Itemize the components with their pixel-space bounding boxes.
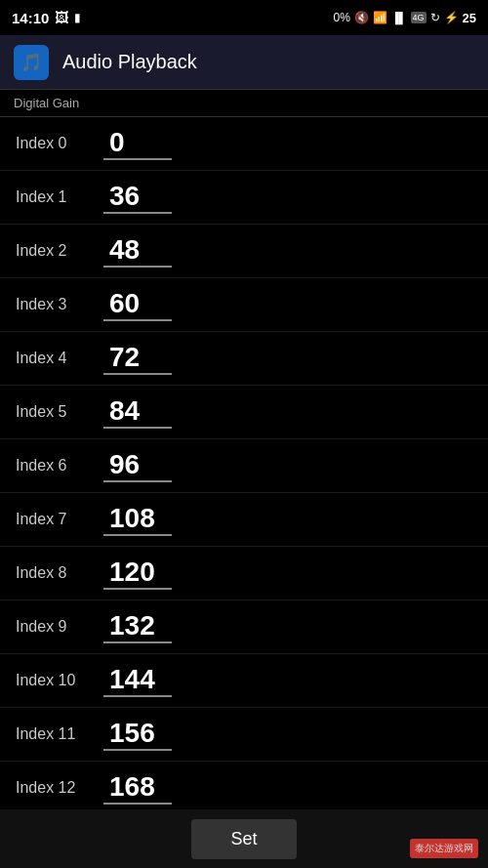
index-label: Index 4: [16, 350, 103, 367]
index-row: Index 136: [0, 171, 488, 225]
index-label: Index 12: [16, 779, 103, 797]
audio-icon: 🎵: [20, 52, 42, 73]
index-value-box[interactable]: 144: [103, 664, 172, 697]
index-value: 144: [109, 664, 155, 694]
index-value-box[interactable]: 48: [103, 234, 172, 268]
index-value-box[interactable]: 36: [103, 181, 172, 214]
index-row: Index 696: [0, 439, 488, 493]
wifi-icon: 📶: [373, 11, 387, 24]
index-label: Index 0: [16, 135, 103, 152]
status-bar: 14:10 🖼 ▮ 0% 🔇 📶 ▐▌ 4G ↻ ⚡ 25: [0, 0, 488, 35]
index-row: Index 584: [0, 386, 488, 439]
index-label: Index 8: [16, 564, 103, 582]
bottom-bar: Set 泰尔达游戏网: [0, 809, 488, 868]
index-value: 0: [109, 127, 125, 157]
status-right: 0% 🔇 📶 ▐▌ 4G ↻ ⚡ 25: [334, 11, 476, 25]
index-row: Index 360: [0, 278, 488, 332]
watermark: 泰尔达游戏网: [410, 839, 478, 858]
index-value: 84: [109, 395, 140, 426]
index-value: 120: [109, 557, 155, 587]
app-icon: 🎵: [14, 45, 49, 80]
index-label: Index 11: [16, 725, 103, 743]
index-label: Index 9: [16, 618, 103, 636]
index-value: 132: [109, 610, 155, 641]
index-value-box[interactable]: 0: [103, 127, 172, 160]
index-row: Index 248: [0, 225, 488, 278]
index-row: Index 472: [0, 332, 488, 386]
index-value: 48: [109, 234, 140, 265]
index-value: 168: [109, 771, 155, 802]
index-list[interactable]: Index 00Index 136Index 248Index 360Index…: [0, 117, 488, 837]
index-row: Index 7108: [0, 493, 488, 547]
photo-icon: 🖼: [55, 10, 68, 25]
index-label: Index 1: [16, 188, 103, 206]
index-value-box[interactable]: 72: [103, 342, 172, 375]
status-left: 14:10 🖼 ▮: [12, 10, 81, 26]
app-header: 🎵 Audio Playback: [0, 35, 488, 90]
index-value-box[interactable]: 84: [103, 395, 172, 429]
index-value: 96: [109, 449, 140, 479]
index-label: Index 5: [16, 403, 103, 421]
index-value-box[interactable]: 108: [103, 503, 172, 536]
index-value: 60: [109, 288, 140, 318]
scroll-area-label: Digital Gain: [0, 90, 488, 117]
app-title: Audio Playback: [62, 51, 197, 73]
index-value: 156: [109, 718, 155, 748]
index-value: 72: [109, 342, 140, 372]
status-time: 14:10: [12, 10, 49, 26]
index-value: 36: [109, 181, 140, 211]
index-row: Index 12168: [0, 762, 488, 815]
index-row: Index 9132: [0, 600, 488, 654]
index-label: Index 2: [16, 242, 103, 260]
lte-icon: 4G: [411, 12, 427, 23]
index-value-box[interactable]: 168: [103, 771, 172, 805]
index-value-box[interactable]: 120: [103, 557, 172, 590]
cell-icon: ▐▌: [391, 12, 407, 23]
mute-icon: 🔇: [354, 11, 369, 24]
battery-level: 25: [463, 11, 476, 25]
signal-icon: ▮: [74, 11, 81, 24]
index-row: Index 00: [0, 117, 488, 171]
charge-icon: ⚡: [444, 11, 459, 24]
index-label: Index 10: [16, 672, 103, 689]
index-label: Index 3: [16, 296, 103, 313]
index-value-box[interactable]: 60: [103, 288, 172, 321]
set-button[interactable]: Set: [191, 819, 296, 859]
index-value-box[interactable]: 156: [103, 718, 172, 751]
index-row: Index 10144: [0, 654, 488, 708]
sync-icon: ↻: [430, 11, 440, 24]
index-row: Index 8120: [0, 547, 488, 600]
index-label: Index 6: [16, 457, 103, 475]
index-value: 108: [109, 503, 155, 533]
index-row: Index 11156: [0, 708, 488, 762]
percent-text: 0%: [334, 11, 350, 24]
index-value-box[interactable]: 96: [103, 449, 172, 482]
index-value-box[interactable]: 132: [103, 610, 172, 643]
index-label: Index 7: [16, 511, 103, 528]
